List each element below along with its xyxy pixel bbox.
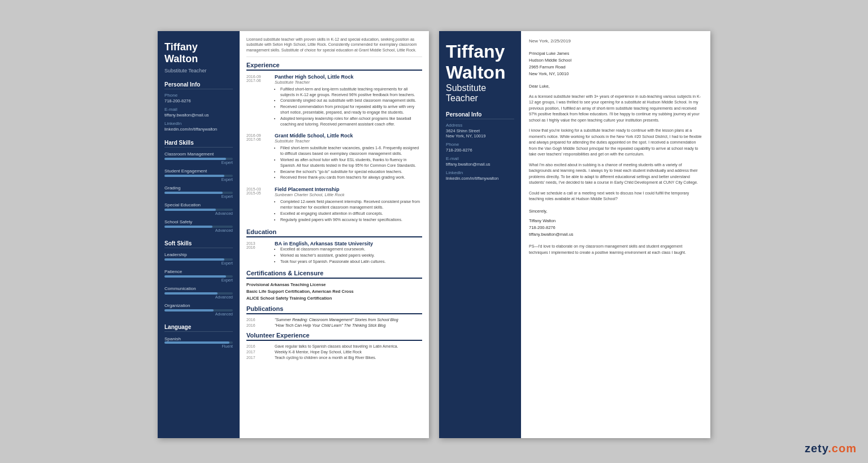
email-label: E-mail [164,107,233,112]
cover-phone-value: 718-200-8276 [446,148,514,153]
cover-last-name: Walton [446,62,514,83]
exp-content: Field Placement Internship Sunbeam Chart… [275,187,422,223]
skill-bar-container [164,192,233,194]
cover-ps: PS—I'd love to elaborate on my classroom… [529,244,702,256]
education-list: 20132016 BA in English, Arkansas State U… [246,241,422,265]
cover-address-line1: 3624 Shinn Street [446,128,514,133]
publications-section-title: Publications [246,305,422,314]
exp-bullet: Excelled at engaging student attention i… [280,211,422,217]
hard-skill-item: Special Education Advanced [164,202,233,215]
soft-skill-item: Patience Expert [164,269,233,282]
documents-container: Tiffany Walton Substitute Teacher Person… [158,31,710,438]
skill-bar-fill [164,175,224,177]
hard-skill-item: Classroom Management Expert [164,152,233,165]
vol-year: 2017 [246,350,275,354]
skill-bar-fill [164,309,214,311]
skill-level: Expert [164,194,233,198]
exp-bullet: Regularly graded papers with 96% accurac… [280,217,422,223]
zety-watermark: zety.com [805,442,857,455]
exp-content: Panther High School, Little Rock Substit… [275,74,422,128]
exp-bullet: Received three thank-you cards from teac… [280,175,422,180]
skill-name: Student Engagement [164,168,233,174]
exp-date: 2016-092017-06 [246,74,275,128]
volunteer-entry: 2017 Weekly K-8 Mentor, Hope Day School,… [246,350,422,354]
skill-bar-container [164,275,233,278]
exp-bullet: Completed 12-week field placement intern… [280,199,422,210]
experience-list: 2016-092017-06 Panther High School, Litt… [246,74,422,223]
edu-bullet: Took four years of Spanish. Passionate a… [280,259,422,265]
cover-paragraph: What I'm also excited about in subbing i… [529,162,702,186]
hard-skills-list: Classroom Management Expert Student Enga… [164,152,233,232]
cert-section-title: Certifications & Licensure [246,270,422,279]
linkedin-value: linkedin.com/in/tiffanywalton [164,127,233,132]
skill-bar-fill [164,209,216,211]
zety-dot: .com [828,442,857,455]
recipient-name: Principal Luke James [529,50,702,57]
experience-entry: 2015-032015-05 Field Placement Internshi… [246,187,422,223]
soft-skills-title: Soft Skills [164,240,233,248]
education-entry: 20132016 BA in English, Arkansas State U… [246,241,422,265]
exp-bullet: Filled short-term substitute teacher vac… [280,145,422,157]
hard-skills-title: Hard Skills [164,140,233,148]
exp-bullets: Fulfilled short-term and long-term subst… [275,86,422,127]
exp-role: Sunbeam Charter School, Little Rock [275,192,422,197]
sig-email: tiffany.bwalton@mail.us [529,231,702,238]
skill-level: Expert [164,278,233,282]
cover-paragraphs: As a licensed substitute teacher with 3+… [529,94,702,202]
vol-desc: Weekly K-8 Mentor, Hope Day School, Litt… [275,350,362,354]
skill-name: Classroom Management [164,152,233,157]
personal-info-title: Personal Info [164,81,233,89]
skill-bar-container [164,258,233,261]
vol-year: 2017 [246,356,275,360]
cert-item: Basic Life Support Certification, Americ… [246,289,422,294]
soft-skill-item: Leadership Expert [164,252,233,265]
language-bar-fill [164,341,229,344]
email-value: tiffany.bwalton@mail.us [164,112,233,118]
language-bar-container [164,341,233,344]
volunteer-entry: 2017 Teach cycling to children once a mo… [246,356,422,360]
vol-year: 2016 [246,344,275,348]
skill-bar-container [164,226,233,228]
vol-desc: Gave regular talks to Spanish classes ab… [275,344,398,348]
sig-name: Tiffany Walton [529,218,702,224]
edu-bullets: Excelled at classroom management coursew… [275,246,422,264]
cover-address-line2: New York, NY, 10019 [446,133,514,139]
cert-item: ALICE School Safety Training Certificati… [246,296,422,301]
skill-name: Grading [164,185,233,191]
edu-degree: BA in English, Arkansas State University [275,241,422,246]
pub-year: 2016 [246,318,275,322]
language-name: Spanish [164,336,233,341]
cover-linkedin-label: LinkedIn [446,170,514,175]
resume-first-name: Tiffany [164,41,233,54]
cover-letter-document: Tiffany Walton Substitute Teacher Person… [439,31,710,438]
resume-main-content: Licensed substitute teacher with proven … [240,31,429,438]
skill-bar-fill [164,226,212,228]
hard-skill-item: Grading Expert [164,185,233,198]
exp-content: Grant Middle School, Little Rock Substit… [275,133,422,181]
pub-title: "How Tech Can Help Your Child Learn" The… [275,323,385,327]
skill-level: Expert [164,261,233,265]
exp-bullet: Became the school's "go-to" substitute f… [280,169,422,175]
recipient-school: Hudson Middle School [529,57,702,64]
phone-label: Phone [164,93,233,98]
publication-entry: 2016 "Summer Reading: Classroom Manageme… [246,318,422,322]
skill-level: Advanced [164,295,233,299]
volunteer-entry: 2016 Gave regular talks to Spanish class… [246,344,422,348]
volunteer-list: 2016 Gave regular talks to Spanish class… [246,344,422,360]
edu-bullet: Worked as teacher's assistant, graded pa… [280,253,422,258]
exp-date: 2015-032015-05 [246,187,275,223]
experience-entry: 2016-092017-06 Panther High School, Litt… [246,74,422,128]
cover-closing: Sincerely, [529,208,702,214]
cover-linkedin-value: linkedin.com/in/tiffanywalton [446,176,514,181]
skill-name: School Safety [164,219,233,224]
skill-name: Communication [164,286,233,291]
cover-address-label: Address [446,123,514,128]
edu-date: 20132016 [246,241,275,265]
skill-level: Advanced [164,211,233,215]
exp-role: Substitute Teacher [275,80,422,85]
publications-list: 2016 "Summer Reading: Classroom Manageme… [246,318,422,327]
soft-skill-item: Organization Advanced [164,303,233,316]
exp-bullets: Completed 12-week field placement intern… [275,199,422,222]
phone-value: 718-200-8276 [164,98,233,103]
cover-job-title: Substitute Teacher [446,83,514,103]
